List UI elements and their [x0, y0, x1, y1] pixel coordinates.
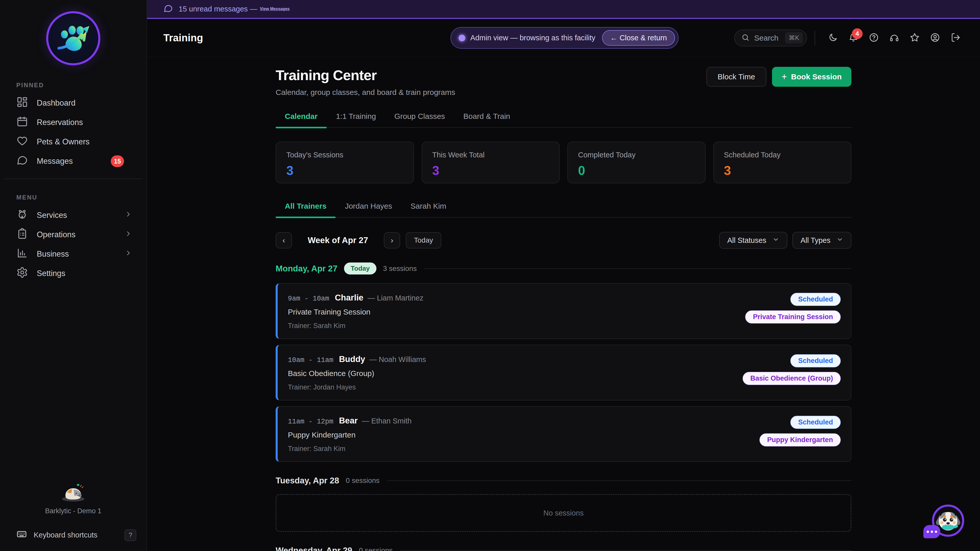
chevron-right-icon	[124, 210, 134, 220]
chat-bubble-button[interactable]	[923, 525, 940, 538]
tab-board-and-train[interactable]: Board & Train	[454, 112, 519, 127]
session-owner: — Noah Williams	[369, 355, 426, 364]
next-week-button[interactable]: ›	[384, 232, 400, 248]
sidebar-item-reservations[interactable]: Reservations	[0, 113, 146, 132]
sidebar-item-business[interactable]: Business	[0, 245, 146, 264]
trainer-tabs: All Trainers Jordan Hayes Sarah Kim	[275, 202, 851, 218]
banner-message: 15 unread messages —	[179, 5, 257, 13]
search-input[interactable]: Search ⌘K	[734, 30, 807, 46]
paw-arrow-logo-icon	[46, 11, 100, 65]
support-button[interactable]	[884, 28, 904, 48]
theme-toggle-button[interactable]	[823, 28, 843, 48]
chevron-down-icon	[773, 236, 779, 245]
session-card[interactable]: 9am - 10am Charlie — Liam Martinez Priva…	[275, 283, 851, 339]
account-button[interactable]	[925, 28, 945, 48]
day-section-monday: Monday, Apr 27 Today 3 sessions 9am - 10…	[275, 262, 851, 462]
sidebar-item-label: Services	[37, 211, 124, 220]
tab-trainer-jordan-hayes[interactable]: Jordan Hayes	[336, 202, 401, 217]
chat-bubble-icon	[16, 154, 28, 168]
no-sessions-placeholder: No sessions	[275, 494, 851, 532]
stat-value: 3	[724, 163, 841, 178]
status-badge: Scheduled	[791, 293, 841, 306]
notification-count-badge: 4	[852, 28, 862, 39]
app-root: PINNED Dashboard Reservations Pets & Own…	[0, 0, 980, 551]
day-section-wednesday: Wednesday, Apr 29 0 sessions No sessions	[275, 546, 851, 551]
tab-trainer-sarah-kim[interactable]: Sarah Kim	[401, 202, 455, 217]
sidebar-item-settings[interactable]: Settings	[0, 264, 146, 283]
sidebar-item-messages[interactable]: Messages 15	[0, 151, 146, 171]
section-title: Training Center	[275, 67, 455, 83]
admin-view-pill: Admin view — browsing as this facility ←…	[450, 27, 679, 49]
sidebar-item-label: Business	[37, 249, 124, 259]
session-card[interactable]: 10am - 11am Buddy — Noah Williams Basic …	[275, 345, 851, 400]
unread-messages-banner: 15 unread messages — View Messages	[147, 0, 980, 19]
week-navigation: ‹ Week of Apr 27 › Today All Statuses Al…	[275, 232, 851, 249]
day-name: Tuesday, Apr 28	[275, 476, 339, 486]
session-trainer: Trainer: Jordan Hayes	[288, 383, 743, 391]
stat-value: 0	[578, 163, 695, 178]
type-filter-select[interactable]: All Types	[792, 232, 851, 249]
day-divider	[400, 550, 851, 551]
dashboard-grid-icon	[16, 96, 28, 110]
assistant-chat-widget[interactable]	[932, 505, 964, 537]
day-section-tuesday: Tuesday, Apr 28 0 sessions No sessions	[275, 476, 851, 532]
sidebar-item-operations[interactable]: Operations	[0, 225, 146, 245]
status-filter-select[interactable]: All Statuses	[719, 232, 788, 249]
sidebar-item-label: Pets & Owners	[37, 137, 134, 146]
search-placeholder: Search	[754, 34, 778, 42]
session-trainer: Trainer: Sarah Kim	[288, 445, 759, 453]
stat-card-week-total: This Week Total 3	[422, 141, 560, 183]
day-session-count: 0 sessions	[346, 476, 380, 485]
sidebar-item-label: Operations	[37, 230, 124, 239]
today-button[interactable]: Today	[406, 232, 441, 248]
notifications-button[interactable]: 4	[843, 28, 864, 48]
headphones-icon	[889, 32, 899, 44]
logout-button[interactable]	[945, 28, 966, 48]
sidebar-divider	[4, 179, 142, 179]
block-time-button[interactable]: Block Time	[706, 67, 767, 87]
close-and-return-button[interactable]: ← Close & return	[602, 30, 675, 46]
session-time: 10am - 11am	[288, 356, 333, 364]
sidebar-item-dashboard[interactable]: Dashboard	[0, 94, 146, 113]
menu-section-label: MENU	[0, 187, 146, 206]
sidebar-footer: Barklytic - Demo 1 Keyboard shortcuts ?	[0, 479, 146, 551]
dog-icon	[16, 208, 28, 222]
session-title: Private Training Session	[288, 308, 745, 316]
session-type-badge: Puppy Kindergarten	[759, 433, 841, 446]
session-card[interactable]: 11am - 12pm Bear — Ethan Smith Puppy Kin…	[275, 406, 851, 462]
brand-logo[interactable]	[0, 0, 146, 75]
logout-icon	[950, 32, 961, 44]
content-scroll-area[interactable]: Training Center Calendar, group classes,…	[147, 57, 980, 551]
tab-1on1-training[interactable]: 1:1 Training	[327, 112, 385, 127]
sidebar-item-label: Messages	[37, 157, 111, 166]
sidebar-item-pets-owners[interactable]: Pets & Owners	[0, 132, 146, 151]
favorites-button[interactable]	[904, 28, 925, 48]
gear-icon	[16, 267, 28, 280]
chat-bubble-icon	[163, 3, 173, 14]
session-type-badge: Basic Obedience (Group)	[743, 372, 841, 385]
tab-calendar[interactable]: Calendar	[275, 112, 327, 127]
view-messages-link[interactable]: View Messages	[260, 6, 290, 11]
page-title: Training	[163, 32, 203, 44]
chevron-right-icon	[124, 249, 134, 259]
help-button[interactable]	[864, 28, 884, 48]
today-badge: Today	[344, 262, 376, 275]
stat-label: Scheduled Today	[724, 151, 841, 159]
tab-all-trainers[interactable]: All Trainers	[275, 202, 336, 217]
session-time: 11am - 12pm	[288, 418, 333, 426]
chevron-down-icon	[837, 236, 843, 245]
book-session-button[interactable]: + Book Session	[772, 67, 851, 87]
user-circle-icon	[930, 32, 940, 44]
stat-card-completed-today: Completed Today 0	[567, 141, 706, 183]
session-trainer: Trainer: Sarah Kim	[288, 322, 745, 330]
main-area: 15 unread messages — View Messages Train…	[147, 0, 980, 551]
keyboard-shortcuts-button[interactable]: Keyboard shortcuts ?	[0, 524, 146, 546]
status-badge: Scheduled	[791, 354, 841, 367]
pinned-section-label: PINNED	[0, 75, 146, 94]
sidebar-item-services[interactable]: Services	[0, 206, 146, 225]
clipboard-icon	[16, 228, 28, 241]
plus-icon: +	[782, 71, 787, 82]
tab-group-classes[interactable]: Group Classes	[385, 112, 454, 127]
status-badge: Scheduled	[791, 416, 841, 429]
prev-week-button[interactable]: ‹	[275, 232, 292, 248]
